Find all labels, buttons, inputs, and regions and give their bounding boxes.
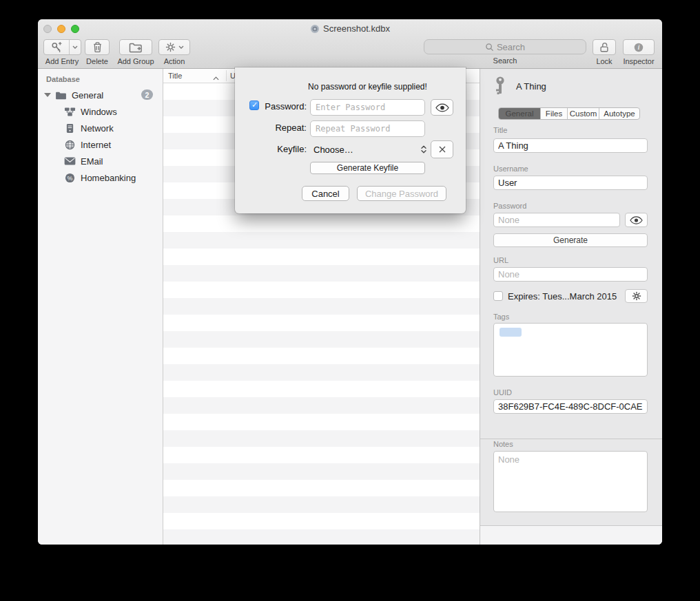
inspector-tabs: General Files Custom Autotype	[498, 107, 640, 120]
document-icon	[310, 24, 320, 34]
inspector-label: Inspector	[623, 57, 654, 65]
title-field[interactable]	[493, 138, 648, 153]
add-entry-toolbar-item: Add Entry	[42, 39, 82, 65]
username-field[interactable]	[493, 176, 648, 190]
password-field-label: Password	[493, 202, 648, 210]
uuid-field-label: UUID	[493, 388, 648, 397]
add-entry-dropdown-arrow[interactable]	[69, 40, 81, 54]
add-entry-label: Add Entry	[45, 57, 79, 65]
reveal-password-button[interactable]	[431, 99, 453, 116]
inspector-toolbar-item: i Inspector	[620, 39, 657, 65]
eye-icon	[435, 103, 449, 112]
sort-ascending-icon	[213, 74, 219, 82]
tab-autotype[interactable]: Autotype	[599, 108, 639, 119]
sidebar-header: Database	[38, 69, 163, 83]
search-placeholder: Search	[497, 42, 525, 52]
reveal-password-button[interactable]	[625, 213, 648, 227]
inspector-footer	[480, 525, 662, 545]
cancel-button[interactable]: Cancel	[302, 186, 349, 201]
entry-title: A Thing	[516, 81, 546, 92]
window-title-area: Screenshot.kdbx	[38, 23, 662, 34]
expires-checkbox[interactable]	[493, 291, 503, 301]
inspector-button[interactable]: i	[623, 39, 655, 55]
add-group-button[interactable]	[119, 39, 152, 55]
workgroup-icon	[63, 106, 76, 117]
tab-custom[interactable]: Custom	[568, 108, 599, 119]
enter-password-input[interactable]	[310, 99, 425, 116]
gear-icon	[165, 42, 176, 52]
keyfile-selected-value: Choose…	[313, 145, 353, 155]
notes-field-label: Notes	[493, 440, 648, 448]
chevron-down-icon	[178, 45, 184, 49]
change-password-dialog: No password or keyfile supplied! Passwor…	[235, 67, 466, 213]
column-divider[interactable]	[226, 70, 227, 81]
desktop: Screenshot.kdbx Add Entry Delete	[0, 0, 700, 601]
close-x-icon	[438, 145, 446, 154]
magnifier-icon	[485, 43, 494, 52]
url-field-label: URL	[493, 256, 648, 264]
open-padlock-icon	[599, 41, 610, 53]
action-toolbar-item: Action	[156, 39, 192, 65]
keyfile-popup-button[interactable]: Choose…	[310, 141, 427, 158]
sidebar-item-internet[interactable]: Internet	[38, 136, 163, 153]
group-label: EMail	[81, 156, 103, 167]
entry-header: A Thing	[493, 74, 648, 98]
sidebar-item-email[interactable]: EMail	[38, 153, 163, 169]
popup-stepper-icon	[420, 144, 427, 157]
expires-settings-button[interactable]	[625, 289, 648, 303]
tab-general[interactable]: General	[499, 108, 541, 119]
tags-field[interactable]	[493, 323, 648, 377]
uuid-field[interactable]	[493, 399, 648, 414]
search-input[interactable]: Search	[424, 39, 586, 54]
disclosure-triangle-icon[interactable]	[44, 93, 51, 97]
folder-plus-icon	[129, 42, 143, 53]
notes-field[interactable]	[493, 451, 648, 512]
sidebar-item-network[interactable]: Network	[38, 120, 163, 136]
tags-field-label: Tags	[493, 313, 648, 321]
group-tree: General 2 Windows Network	[38, 87, 163, 186]
action-button[interactable]	[158, 39, 190, 55]
gear-icon	[632, 291, 641, 301]
change-password-button[interactable]: Change Password	[357, 186, 446, 201]
username-field-label: Username	[493, 165, 648, 173]
server-icon	[63, 123, 76, 134]
inspector-divider	[480, 439, 662, 439]
info-circle-icon: i	[633, 42, 644, 53]
add-entry-button[interactable]	[43, 39, 81, 55]
group-label: Internet	[81, 140, 111, 150]
key-plus-icon[interactable]	[44, 40, 69, 54]
delete-label: Delete	[86, 57, 108, 65]
window-title: Screenshot.kdbx	[323, 23, 390, 34]
clear-keyfile-button[interactable]	[431, 140, 453, 158]
sidebar-item-homebanking[interactable]: % Homebanking	[38, 169, 163, 186]
dialog-message: No password or keyfile supplied!	[269, 82, 466, 92]
entry-count-badge: 2	[141, 89, 153, 100]
sidebar-item-general[interactable]: General 2	[38, 87, 163, 103]
tab-files[interactable]: Files	[541, 108, 568, 119]
expires-label: Expires: Tues...March 2015	[508, 291, 625, 302]
delete-toolbar-item: Delete	[82, 39, 112, 65]
svg-text:i: i	[638, 44, 640, 51]
chevron-down-icon	[72, 45, 78, 49]
generate-keyfile-button[interactable]: Generate Keyfile	[310, 162, 425, 174]
sidebar-item-windows[interactable]: Windows	[38, 103, 163, 120]
lock-toolbar-item: Lock	[591, 39, 617, 65]
lock-button[interactable]	[593, 39, 616, 55]
group-label: General	[72, 90, 103, 101]
generate-password-button[interactable]: Generate	[493, 233, 648, 247]
repeat-password-input[interactable]	[310, 120, 425, 137]
add-group-toolbar-item: Add Group	[115, 39, 156, 65]
delete-button[interactable]	[85, 39, 110, 55]
globe-icon	[63, 139, 76, 150]
inspector-panel: A Thing General Files Custom Autotype Ti…	[480, 69, 662, 545]
url-field[interactable]	[493, 267, 648, 282]
action-label: Action	[164, 57, 185, 65]
folder-icon	[54, 89, 67, 101]
svg-text:%: %	[67, 174, 72, 181]
eye-icon	[630, 216, 643, 224]
column-header-title[interactable]: Title	[163, 72, 182, 80]
tag-pill[interactable]	[500, 328, 522, 337]
group-label: Homebanking	[81, 173, 136, 183]
password-field[interactable]	[493, 213, 620, 227]
sidebar: Database General 2 Windows	[38, 69, 163, 545]
